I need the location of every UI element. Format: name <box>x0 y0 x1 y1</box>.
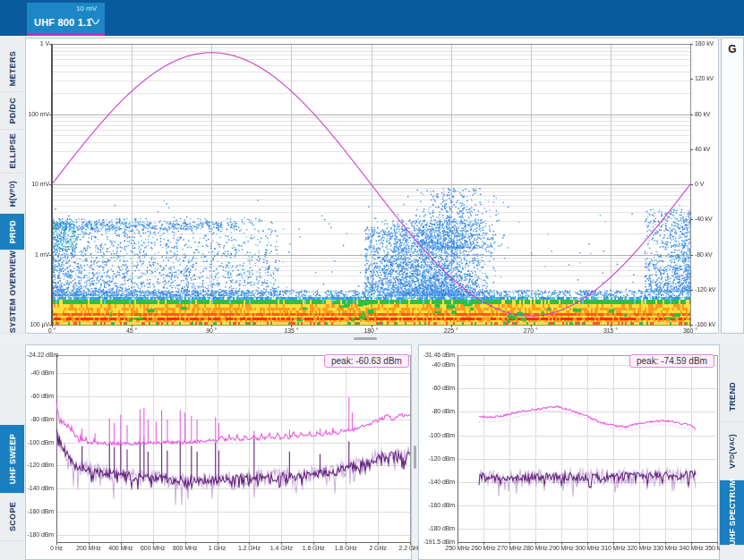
uhf-spectrum-chart[interactable] <box>419 345 719 559</box>
y-axis-tick: -100 dBm <box>420 432 455 438</box>
y-axis-tick: -40 dBm <box>420 361 455 368</box>
splitter-grip[interactable] <box>414 445 416 469</box>
y-axis-tick: -140 dBm <box>27 485 54 491</box>
x-axis-tick: 270 ° <box>513 327 549 334</box>
prpd-chart[interactable] <box>26 38 718 333</box>
sidebar-item-trend[interactable]: TREND <box>720 371 744 422</box>
sidebar-item-label: SCOPE <box>8 502 17 531</box>
y-axis-tick: -60 dBm <box>420 385 455 391</box>
channel-tab-title: UHF 800 1.1 <box>34 17 92 28</box>
y-axis-tick: 100 µV <box>27 321 49 327</box>
y-axis-tick: 1 mV <box>27 251 49 258</box>
sidebar-item-vpd-vac[interactable]: VPD(VAC) <box>720 422 744 480</box>
y-axis-tick: 1 V <box>27 40 49 47</box>
uhf-sweep-chart[interactable] <box>26 345 411 559</box>
sidebar-item-label: METERS <box>8 51 17 86</box>
header-bar: 10 mV UHF 800 1.1 <box>0 0 744 36</box>
app-window: 10 mV UHF 800 1.1 METERSPD/DCELLIPSEH(VP… <box>0 0 744 560</box>
range-label: 10 mV <box>76 4 97 13</box>
sidebar-item-label: VPD(VAC) <box>728 434 737 469</box>
x-axis-tick: 0 ° <box>34 327 70 334</box>
right-sidebar-bottom: TRENDVPD(VAC)UHF SPECTRUM <box>720 344 744 560</box>
sidebar-item-system-overview[interactable]: SYSTEM OVERVIEW <box>0 250 24 334</box>
sidebar-item-label: TREND <box>728 382 737 412</box>
horizontal-splitter[interactable] <box>0 334 744 344</box>
y-axis-tick: -191.5 dBm <box>420 539 455 545</box>
y-axis-tick: -120 dBm <box>27 462 54 468</box>
x-axis-tick: 45 ° <box>114 327 150 334</box>
y-axis-tick: -60 dBm <box>27 393 54 399</box>
y-axis-tick: -40 dBm <box>27 369 54 376</box>
vertical-splitter[interactable] <box>412 344 418 560</box>
right-side-panel: G <box>721 38 744 334</box>
y-axis-tick: -100 dBm <box>27 439 54 445</box>
sidebar-item-meters[interactable]: METERS <box>0 47 24 92</box>
y-axis-tick: -160 dBm <box>420 502 455 508</box>
x-axis-tick: 360 ° <box>672 327 708 334</box>
sidebar-item-label: UHF SPECTRUM <box>728 479 737 546</box>
sine-wave-icon <box>88 13 99 30</box>
sidebar-item-label: PRPD <box>8 220 17 243</box>
left-sidebar-top: METERSPD/DCELLIPSEH(VPD)PRPDSYSTEM OVERV… <box>0 38 24 334</box>
left-sidebar-bottom: UHF SWEEPSCOPE <box>0 344 24 560</box>
sidebar-item-label: ELLIPSE <box>8 133 17 169</box>
sidebar-item-label: SYSTEM OVERVIEW <box>8 250 17 333</box>
sidebar-item-h-vpd[interactable]: H(VPD) <box>0 174 24 215</box>
x-axis-tick: 180 ° <box>354 327 389 334</box>
sidebar-item-ellipse[interactable]: ELLIPSE <box>0 130 24 174</box>
sidebar-item-pd-dc[interactable]: PD/DC <box>0 92 24 130</box>
y-axis-tick: 100 mV <box>27 111 49 117</box>
peak-badge-spectrum: peak: -74.59 dBm <box>629 354 714 368</box>
x-axis-tick: 315 ° <box>593 327 629 334</box>
sidebar-item-uhf-sweep[interactable]: UHF SWEEP <box>0 425 24 494</box>
sidebar-item-prpd[interactable]: PRPD <box>0 214 24 250</box>
tab-accent-bar <box>27 33 105 36</box>
sidebar-item-label: H(VPD) <box>8 181 17 207</box>
y-axis-tick: -180 dBm <box>420 525 455 531</box>
uhf-spectrum-chart-panel: peak: -74.59 dBm -31.46 dBm-40 dBm-60 dB… <box>418 344 720 560</box>
y-axis-tick: 10 mV <box>27 181 49 187</box>
sidebar-item-label: UHF SWEEP <box>8 434 17 484</box>
sidebar-item-label: PD/DC <box>8 98 17 124</box>
y-axis-tick: -180 dBm <box>27 531 54 538</box>
splitter-grip[interactable] <box>354 337 377 340</box>
y-axis-tick: -120 dBm <box>420 455 455 462</box>
x-axis-tick: 135 ° <box>273 327 309 334</box>
prpd-chart-panel: 1 V100 mV10 mV1 mV100 µV160 kV120 kV80 k… <box>25 38 719 334</box>
channel-tab-uhf800[interactable]: 10 mV UHF 800 1.1 <box>27 3 105 36</box>
y-axis-tick: -140 dBm <box>420 479 455 485</box>
peak-badge-sweep: peak: -60.63 dBm <box>324 354 409 368</box>
y-axis-tick: -80 dBm <box>27 416 54 422</box>
y-axis-tick: -160 dBm <box>27 508 54 514</box>
sidebar-item-scope[interactable]: SCOPE <box>0 494 24 541</box>
x-axis-tick: 90 ° <box>193 327 229 334</box>
y-axis-tick: -80 dBm <box>420 408 455 414</box>
uhf-sweep-chart-panel: peak: -60.63 dBm -24.22 dBm-40 dBm-60 dB… <box>25 344 412 560</box>
y-axis-tick: -31.46 dBm <box>420 352 455 358</box>
g-button[interactable]: G <box>722 43 743 55</box>
sidebar-item-uhf-spectrum[interactable]: UHF SPECTRUM <box>720 480 744 546</box>
x-axis-tick: 225 ° <box>433 327 469 334</box>
y-axis-tick: -24.22 dBm <box>27 352 54 358</box>
